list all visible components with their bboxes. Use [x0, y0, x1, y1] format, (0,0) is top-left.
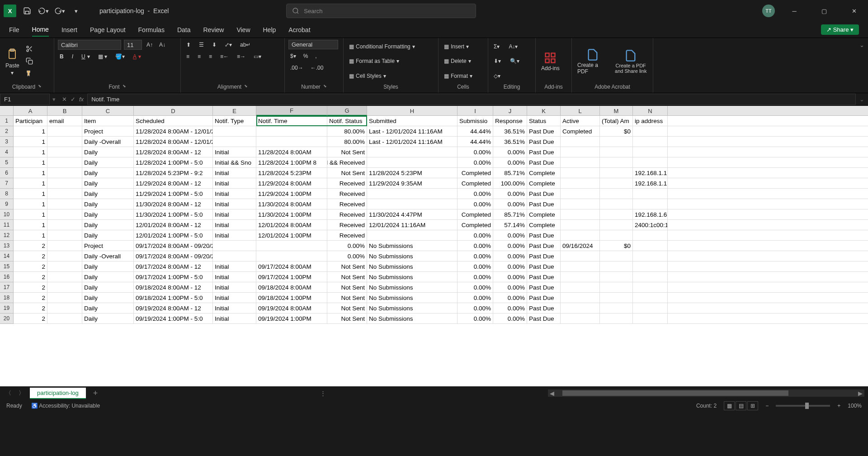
cell[interactable] [256, 241, 327, 251]
cell[interactable]: 0.00% [493, 303, 527, 313]
cell[interactable]: 11/28/2024 5:23PM [256, 168, 327, 178]
tab-review[interactable]: Review [203, 24, 224, 36]
ribbon-collapse-icon[interactable]: ⌄ [856, 38, 868, 93]
fill-icon[interactable]: ⬇▾ [492, 56, 503, 66]
align-right-icon[interactable]: ≡ [207, 52, 214, 62]
autosum-icon[interactable]: Σ▾ [492, 42, 501, 52]
sort-filter-icon[interactable]: A↓▾ [507, 42, 519, 52]
cell[interactable]: No Submissions [367, 261, 458, 271]
tab-insert[interactable]: Insert [61, 24, 77, 36]
cell[interactable]: 11/28/2024 8:00AM [256, 147, 327, 157]
cell[interactable]: 2 [14, 272, 47, 282]
cell[interactable] [600, 251, 633, 261]
cell[interactable] [633, 293, 668, 303]
clipboard-launcher[interactable]: ⬊ [38, 84, 42, 90]
merge-icon[interactable]: ▭▾ [252, 52, 263, 62]
percent-icon[interactable]: % [302, 51, 310, 61]
col-header-G[interactable]: G [327, 106, 367, 116]
cell[interactable] [561, 303, 600, 313]
cell[interactable]: 36.51% [493, 137, 527, 147]
cell[interactable]: Initial [213, 199, 256, 209]
cell[interactable]: 1 [14, 209, 47, 219]
row-header[interactable]: 15 [0, 261, 13, 272]
cell[interactable] [600, 178, 633, 188]
row-header[interactable]: 18 [0, 293, 13, 303]
row-header[interactable]: 16 [0, 272, 13, 282]
cell[interactable]: Past Due [527, 251, 561, 261]
cell[interactable] [561, 157, 600, 167]
col-header-B[interactable]: B [47, 106, 82, 116]
share-button[interactable]: ↗ Share ▾ [821, 24, 859, 35]
cell[interactable] [600, 147, 633, 157]
cell[interactable]: 11/28/2024 8:00AM - 12 [134, 147, 213, 157]
clear-icon[interactable]: ◇▾ [492, 71, 502, 81]
cell[interactable] [600, 199, 633, 209]
tab-options-icon[interactable]: ⋮ [320, 390, 330, 397]
cell[interactable] [213, 137, 256, 147]
cell[interactable]: Received [327, 220, 367, 230]
cell[interactable]: 1 [14, 168, 47, 178]
underline-button[interactable]: U ▾ [80, 52, 92, 62]
copy-icon[interactable] [24, 56, 35, 66]
fill-color-icon[interactable]: 🪣▾ [113, 52, 127, 62]
cell[interactable]: Received && Received [327, 157, 367, 167]
cell[interactable]: Past Due [527, 147, 561, 157]
cell[interactable]: Past Due [527, 314, 561, 323]
cell[interactable]: 09/17/2024 8:00AM - 09/20/2024 5:00PM [134, 241, 213, 251]
currency-icon[interactable]: $▾ [288, 51, 298, 61]
cell[interactable] [47, 241, 82, 251]
cell[interactable]: Past Due [527, 157, 561, 167]
cell[interactable]: Past Due [527, 199, 561, 209]
cell[interactable]: Complete [527, 220, 561, 230]
cell[interactable]: Past Due [527, 126, 561, 136]
cell-styles-button[interactable]: ▦ Cell Styles ▾ [347, 71, 388, 81]
create-pdf-button[interactable]: Create a PDF [576, 47, 609, 76]
header-cell[interactable]: Notif. Status [327, 116, 367, 126]
zoom-slider[interactable] [776, 405, 830, 407]
font-size-input[interactable] [124, 40, 142, 50]
cell[interactable]: Project [82, 126, 134, 136]
cell[interactable] [561, 293, 600, 303]
tab-data[interactable]: Data [177, 24, 191, 36]
cell[interactable]: Initial [213, 293, 256, 303]
bold-button[interactable]: B [58, 52, 66, 62]
cell[interactable]: 0.00% [493, 272, 527, 282]
row-header[interactable]: 14 [0, 251, 13, 261]
cell[interactable] [47, 220, 82, 230]
cell[interactable]: 2 [14, 241, 47, 251]
row-header[interactable]: 5 [0, 157, 13, 168]
cell[interactable]: Daily [82, 189, 134, 199]
cell[interactable] [47, 137, 82, 147]
indent-increase-icon[interactable]: ≡→ [235, 52, 247, 62]
save-icon[interactable] [22, 5, 33, 16]
cell[interactable]: Daily -Overall [82, 137, 134, 147]
row-header[interactable]: 1 [0, 116, 13, 126]
cell[interactable]: 11/30/2024 8:00AM - 12 [134, 199, 213, 209]
cell[interactable] [561, 251, 600, 261]
cell[interactable]: 192.168.1.6 [633, 209, 668, 219]
cell[interactable]: 12/01/2024 8:00AM - 12 [134, 220, 213, 230]
cell[interactable]: 0.00% [327, 241, 367, 251]
cell[interactable]: No Submissions [367, 272, 458, 282]
cell[interactable]: 2 [14, 261, 47, 271]
cell[interactable]: 57.14% [493, 220, 527, 230]
font-name-input[interactable] [58, 40, 121, 50]
cell[interactable]: Past Due [527, 137, 561, 147]
close-button[interactable]: ✕ [844, 4, 864, 18]
cell[interactable] [633, 157, 668, 167]
row-header[interactable]: 2 [0, 126, 13, 137]
row-header[interactable]: 8 [0, 189, 13, 199]
align-center-icon[interactable]: ≡ [196, 52, 203, 62]
cell[interactable]: 0.00% [493, 199, 527, 209]
accept-formula-icon[interactable]: ✓ [71, 96, 75, 103]
cell[interactable]: 44.44% [458, 137, 493, 147]
cell[interactable]: 12/01/2024 11:16AM [367, 220, 458, 230]
cell[interactable]: Initial [213, 230, 256, 240]
cell[interactable]: 2 [14, 314, 47, 323]
row-header[interactable]: 12 [0, 230, 13, 241]
col-header-K[interactable]: K [527, 106, 561, 116]
tab-home[interactable]: Home [32, 23, 49, 37]
cell[interactable]: Past Due [527, 189, 561, 199]
cell[interactable]: 0.00% [458, 199, 493, 209]
cell[interactable]: Last - 12/01/2024 11:16AM [367, 126, 458, 136]
